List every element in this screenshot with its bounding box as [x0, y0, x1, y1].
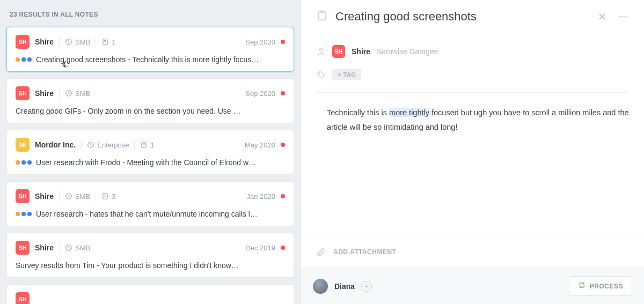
result-card[interactable]: SH Shire SMB 3 Jan 2020 User research - …	[6, 181, 294, 226]
note-text: Technically this is more tightly focused…	[327, 106, 629, 135]
card-org-name: Shire	[35, 243, 54, 252]
result-card[interactable]: MI Mordor Inc. Enterprise 1 May 2020 Use…	[6, 130, 294, 175]
card-snippet: User research - hates that he can't mute…	[36, 210, 258, 218]
card-org-badge: SH	[16, 292, 30, 304]
close-button[interactable]	[596, 10, 609, 23]
card-date: Sep 2020	[245, 38, 275, 46]
highlight-dots	[16, 212, 32, 216]
doc-count: 1	[140, 141, 154, 149]
card-org-badge: SH	[16, 241, 30, 255]
card-org-name: Shire	[35, 192, 54, 201]
result-card[interactable]: SH Shire SMB Sep 2020 Creating good GIFs…	[6, 78, 294, 123]
tag-icon	[316, 70, 326, 79]
status-dot	[281, 246, 285, 250]
card-org-badge: SH	[16, 189, 30, 203]
avatar[interactable]	[313, 279, 328, 294]
svg-point-10	[619, 16, 620, 18]
result-card[interactable]: SH	[6, 284, 294, 304]
highlight-dots	[16, 57, 32, 62]
svg-point-14	[319, 72, 320, 73]
results-panel: 23 RESULTS IN ALL NOTES SH Shire SMB 1 S…	[0, 0, 301, 304]
card-org-name: Shire	[35, 89, 54, 98]
org-name[interactable]: Shire	[352, 47, 370, 56]
card-org-name: Shire	[35, 38, 54, 46]
tier-label: SMB	[65, 90, 90, 98]
tag-row: + TAG	[316, 63, 629, 86]
card-snippet: Creating good screenshots - Technically …	[36, 55, 259, 64]
status-dot	[281, 40, 285, 44]
card-org-name: Mordor Inc.	[35, 140, 76, 149]
org-badge[interactable]: SH	[332, 45, 345, 58]
org-user-row: SH Shire Samwise Gamgee	[316, 40, 629, 63]
card-org-badge: MI	[16, 138, 30, 152]
svg-point-11	[622, 16, 624, 18]
result-card[interactable]: SH Shire SMB Dec 2019 Survey results fro…	[6, 233, 294, 278]
results-list: SH Shire SMB 1 Sep 2020 Creating good sc…	[6, 27, 294, 304]
status-dot	[281, 143, 285, 147]
card-org-badge: SH	[16, 86, 30, 100]
card-date: Sep 2020	[245, 90, 275, 98]
clipboard-icon	[316, 10, 328, 24]
doc-count: 3	[101, 192, 115, 201]
footer-user-name: Diana	[334, 282, 355, 291]
doc-count: 1	[101, 38, 115, 46]
card-snippet: User research with Frodo - Meeting with …	[36, 158, 256, 167]
results-count-header: 23 RESULTS IN ALL NOTES	[6, 5, 294, 27]
svg-rect-8	[319, 12, 326, 20]
attachment-row[interactable]: ADD ATTACHMENT	[301, 236, 644, 268]
person-icon	[316, 47, 326, 56]
footer-bar: Diana + PROCESS	[301, 268, 644, 304]
tier-label: SMB	[65, 38, 90, 46]
highlighted-text: more tightly	[389, 108, 429, 117]
note-body[interactable]: Technically this is more tightly focused…	[301, 93, 644, 236]
add-tag-button[interactable]: + TAG	[332, 69, 361, 80]
status-dot	[281, 194, 285, 198]
paperclip-icon	[316, 247, 326, 257]
card-date: Dec 2019	[245, 244, 275, 252]
svg-point-12	[625, 16, 626, 18]
detail-title-row: Creating good screenshots	[316, 10, 629, 24]
add-attachment-label: ADD ATTACHMENT	[333, 248, 396, 256]
tier-label: Enterprise	[87, 141, 129, 149]
card-org-badge: SH	[16, 35, 30, 49]
detail-panel: Creating good screenshots SH Shire Samwi…	[301, 0, 644, 304]
svg-point-13	[319, 48, 322, 51]
more-menu-button[interactable]	[616, 10, 629, 23]
user-name[interactable]: Samwise Gamgee	[377, 47, 438, 56]
card-snippet: Creating good GIFs - Only zoom in on the…	[16, 107, 240, 115]
add-collaborator-button[interactable]: +	[361, 281, 372, 292]
highlight-dots	[16, 160, 32, 165]
tier-label: SMB	[65, 244, 90, 252]
process-button[interactable]: PROCESS	[569, 276, 632, 296]
status-dot	[281, 91, 285, 95]
refresh-icon	[578, 281, 586, 291]
detail-title: Creating good screenshots	[335, 10, 588, 24]
tier-label: SMB	[65, 192, 90, 201]
card-date: May 2020	[245, 141, 275, 149]
result-card[interactable]: SH Shire SMB 1 Sep 2020 Creating good sc…	[6, 27, 294, 72]
card-snippet: Survey results from Tim - Your product i…	[16, 261, 239, 270]
card-date: Jan 2020	[247, 192, 276, 201]
